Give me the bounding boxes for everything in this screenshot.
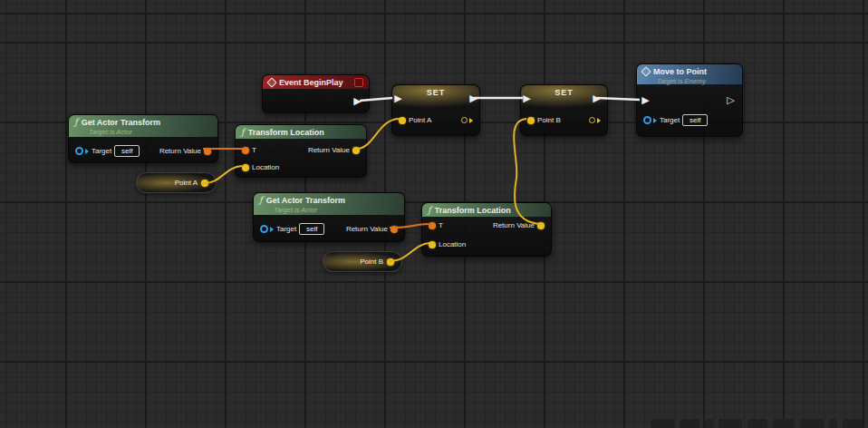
node-set-point-a[interactable]: SET ▶ ▶ Point A (391, 84, 480, 136)
node-header: ƒ Transform Location (236, 125, 366, 139)
pin-wedge-icon (85, 149, 89, 154)
node-title: Transform Location (435, 206, 511, 215)
return-value-pin[interactable] (204, 148, 211, 155)
node-subtitle: Target is Actor (259, 206, 399, 215)
pin-label: Point A (409, 116, 431, 124)
exec-in-pin[interactable]: ▶ (641, 95, 651, 105)
node-header: ƒ Get Actor Transform Target is Actor (69, 115, 217, 137)
value-output-pin[interactable] (589, 117, 595, 123)
return-value-pin[interactable] (391, 226, 398, 233)
node-title: Move to Point (653, 67, 707, 76)
exec-out-pin[interactable]: ▷ (726, 95, 736, 105)
node-title: Get Actor Transform (266, 196, 345, 205)
pin-wedge-icon (469, 118, 473, 123)
t-input-pin[interactable] (242, 147, 249, 154)
pin-wedge-icon (597, 118, 601, 123)
location-input-pin[interactable] (242, 164, 249, 171)
node-header: ƒ Get Actor Transform Target is Actor (254, 193, 404, 215)
node-event-beginplay[interactable]: Event BeginPlay ▶ (262, 74, 370, 113)
point-b-output-pin[interactable] (387, 258, 394, 266)
node-subtitle: Target is Enemy (642, 77, 737, 86)
exec-in-pin[interactable]: ▶ (393, 93, 403, 103)
t-input-pin[interactable] (429, 222, 436, 229)
variable-pill-point-b[interactable]: Point B (323, 251, 402, 272)
target-pin[interactable] (643, 116, 651, 124)
exec-in-pin[interactable]: ▶ (522, 93, 532, 103)
event-diamond-icon (641, 66, 651, 76)
pin-label: Return Value (346, 225, 388, 233)
node-get-actor-transform-2[interactable]: ƒ Get Actor Transform Target is Actor Ta… (253, 192, 405, 242)
exec-out-pin[interactable]: ▶ (592, 93, 602, 103)
pin-label: Location (439, 240, 466, 248)
target-self-input[interactable] (114, 145, 140, 157)
event-diamond-icon (266, 77, 276, 87)
node-get-actor-transform-1[interactable]: ƒ Get Actor Transform Target is Actor Ta… (68, 114, 218, 163)
node-move-to-point[interactable]: Move to Point Target is Enemy ▶ ▷ Target (636, 63, 743, 137)
function-icon: ƒ (259, 196, 263, 205)
function-icon: ƒ (428, 206, 431, 215)
pin-label: Return Value (308, 146, 350, 154)
watermark (651, 419, 863, 428)
node-header: ƒ Transform Location (422, 203, 551, 217)
function-icon: ƒ (241, 128, 245, 137)
pin-label: Point B (537, 116, 561, 124)
function-icon: ƒ (74, 118, 78, 127)
node-title: Transform Location (248, 128, 324, 137)
point-a-output-pin[interactable] (201, 180, 208, 187)
pin-label: T (439, 221, 443, 229)
node-header: Move to Point Target is Enemy (637, 64, 742, 84)
return-value-pin[interactable] (537, 222, 545, 229)
point-b-input-pin[interactable] (527, 117, 535, 124)
target-pin[interactable] (260, 225, 268, 233)
value-output-pin[interactable] (461, 117, 468, 123)
pin-label: Return Value (159, 147, 201, 155)
pin-label: Return Value (493, 221, 535, 229)
exec-out-pin[interactable]: ▶ (468, 93, 478, 103)
pin-wedge-icon (653, 118, 657, 123)
variable-pill-point-a[interactable]: Point A (136, 172, 217, 193)
node-set-point-b[interactable]: SET ▶ ▶ Point B (520, 84, 608, 136)
pin-label: Location (252, 163, 279, 171)
exec-out-pin[interactable]: ▶ (352, 96, 362, 106)
event-stop-icon (354, 78, 363, 87)
node-title: SET (392, 88, 479, 97)
pin-label: Target (276, 225, 296, 233)
node-transform-location-1[interactable]: ƒ Transform Location T Return Value Loca… (235, 124, 367, 178)
target-self-input[interactable] (682, 114, 708, 126)
location-input-pin[interactable] (429, 241, 436, 248)
node-transform-location-2[interactable]: ƒ Transform Location T Return Value Loca… (421, 202, 552, 257)
pill-label: Point A (175, 179, 198, 187)
return-value-pin[interactable] (352, 147, 360, 154)
pin-label: T (252, 146, 256, 154)
node-title: Event BeginPlay (279, 78, 343, 87)
blueprint-graph-canvas[interactable]: Point A Point B Event BeginPlay ▶ ƒ Get … (0, 0, 868, 428)
node-title: Get Actor Transform (82, 118, 160, 127)
target-pin[interactable] (75, 147, 83, 155)
target-self-input[interactable] (299, 223, 324, 235)
pin-label: Target (660, 116, 680, 124)
pin-label: Target (92, 147, 111, 155)
node-header: Event BeginPlay (263, 75, 369, 89)
pill-label: Point B (360, 258, 383, 266)
pin-wedge-icon (270, 227, 274, 232)
point-a-input-pin[interactable] (399, 117, 406, 124)
node-subtitle: Target is Actor (74, 128, 212, 137)
